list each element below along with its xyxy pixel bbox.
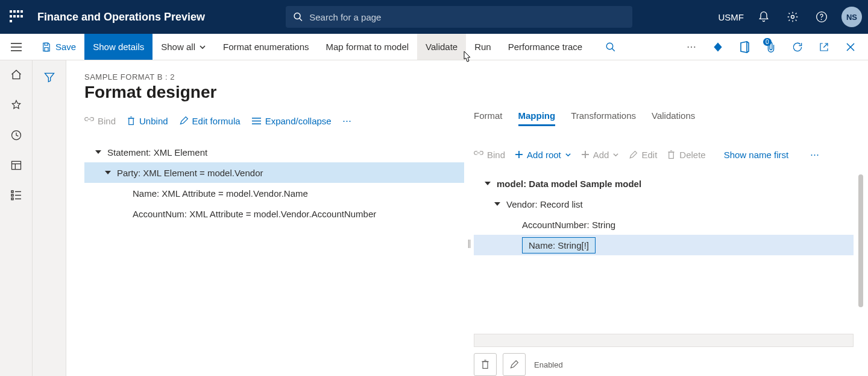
tab-transformations[interactable]: Transformations (571, 110, 636, 124)
navigation-rail (0, 60, 33, 376)
show-all-button[interactable]: Show all (153, 34, 215, 60)
add-button[interactable]: Add (581, 150, 620, 160)
show-details-button[interactable]: Show details (84, 34, 153, 60)
right-tabs: Format Mapping Transformations Validatio… (474, 110, 854, 131)
close-icon[interactable] (844, 40, 857, 54)
svg-rect-19 (11, 194, 13, 196)
modules-icon[interactable] (11, 190, 22, 200)
mapping-detail-footer: Enabled (474, 334, 854, 376)
app-launcher-icon[interactable] (10, 10, 23, 24)
svg-rect-32 (669, 152, 674, 159)
svg-rect-24 (129, 118, 134, 125)
attachments-badge: 0 (763, 38, 772, 46)
home-icon[interactable] (10, 69, 22, 81)
tree-node-accountnumber[interactable]: AccountNumber: String (474, 214, 854, 235)
more-actions-icon[interactable]: ⋯ (685, 40, 698, 54)
mapping-tree: model: Data model Sample model Vendor: R… (474, 173, 854, 255)
map-format-to-model-button[interactable]: Map format to model (318, 34, 418, 60)
user-avatar[interactable]: NS (841, 7, 862, 27)
enabled-row: Enabled (474, 353, 854, 376)
bind-right-button[interactable]: Bind (474, 150, 505, 160)
find-button[interactable] (597, 34, 624, 60)
attachments-icon[interactable]: 0 (764, 40, 778, 54)
svg-rect-33 (483, 362, 488, 368)
breadcrumb: SAMPLE FORMAT B : 2 (84, 72, 854, 81)
power-app-icon[interactable] (711, 40, 725, 54)
expand-collapse-button[interactable]: Expand/collapse (251, 116, 332, 126)
office-icon[interactable] (738, 40, 751, 54)
refresh-icon[interactable] (791, 40, 804, 54)
tree-node-name[interactable]: Name: XML Attribute = model.Vendor.Name (84, 183, 464, 203)
pencil-icon (629, 150, 638, 159)
tree-node-party[interactable]: Party: XML Element = model.Vendor (84, 162, 464, 183)
settings-icon[interactable] (784, 8, 802, 26)
delete-detail-button[interactable] (474, 353, 497, 376)
favorites-icon[interactable] (10, 99, 22, 111)
format-enumerations-button[interactable]: Format enumerations (215, 34, 318, 60)
hamburger-icon (10, 42, 22, 52)
link-icon (474, 150, 483, 159)
edit-detail-button[interactable] (503, 353, 526, 376)
page-title: Format designer (84, 83, 854, 102)
performance-trace-button[interactable]: Performance trace (500, 34, 591, 60)
svg-line-11 (612, 48, 615, 51)
action-bar-right: ⋯ 0 (685, 34, 868, 60)
format-tree: Statement: XML Element Party: XML Elemen… (84, 142, 464, 224)
svg-point-10 (606, 43, 613, 49)
search-box[interactable] (286, 6, 632, 28)
scrollbar-thumb[interactable] (858, 174, 863, 307)
delete-button[interactable]: Delete (667, 150, 705, 160)
tab-validations[interactable]: Validations (652, 110, 695, 124)
search-input[interactable] (309, 12, 625, 22)
mapping-pane: Format Mapping Transformations Validatio… (469, 110, 854, 376)
tree-node-accountnum[interactable]: AccountNum: XML Attribute = model.Vendor… (84, 203, 464, 224)
edit-button[interactable]: Edit (629, 150, 657, 160)
action-bar: Save Show details Show all Format enumer… (0, 34, 868, 60)
chevron-down-icon (565, 151, 571, 158)
tree-node-name-selected[interactable]: Name: String[!] (474, 235, 854, 255)
filter-icon[interactable] (43, 71, 55, 376)
help-icon[interactable] (813, 8, 831, 26)
caret-icon (105, 171, 111, 174)
tab-mapping[interactable]: Mapping (518, 110, 556, 126)
list-icon (251, 116, 262, 126)
edit-formula-button[interactable]: Edit formula (179, 116, 241, 126)
add-root-button[interactable]: Add root (515, 150, 571, 160)
svg-line-1 (300, 18, 302, 21)
save-button[interactable]: Save (33, 34, 84, 60)
pane-splitter[interactable]: ‖ (467, 238, 471, 248)
recent-icon[interactable] (10, 129, 22, 141)
search-icon (293, 11, 303, 22)
tab-format[interactable]: Format (474, 110, 503, 124)
format-toolbar: Bind Unbind Edit formula Expand/collapse (84, 110, 464, 131)
pencil-icon (509, 360, 519, 369)
caret-icon (494, 202, 500, 206)
detail-field-1[interactable] (474, 334, 854, 347)
svg-rect-9 (45, 47, 48, 51)
chevron-down-icon (612, 151, 619, 158)
plus-icon (581, 150, 590, 159)
tree-node-vendor[interactable]: Vendor: Record list (474, 194, 854, 214)
bind-button[interactable]: Bind (84, 116, 116, 126)
link-icon (84, 116, 94, 125)
save-label: Save (55, 42, 76, 52)
unbind-button[interactable]: Unbind (127, 116, 168, 126)
more-toolbar-icon[interactable]: ⋯ (342, 115, 351, 126)
notifications-icon[interactable] (755, 8, 773, 26)
tree-node-statement[interactable]: Statement: XML Element (84, 142, 464, 162)
tree-node-model[interactable]: model: Data model Sample model (474, 173, 854, 194)
more-right-toolbar-icon[interactable]: ⋯ (810, 149, 819, 160)
popout-icon[interactable] (817, 40, 831, 54)
company-selector[interactable]: USMF (719, 12, 744, 22)
enabled-label: Enabled (534, 360, 854, 369)
navbar-left: Finance and Operations Preview (10, 10, 205, 24)
global-navbar: Finance and Operations Preview USMF NS (0, 0, 868, 34)
show-name-first-button[interactable]: Show name first (724, 150, 789, 160)
validate-button[interactable]: Validate (417, 34, 466, 60)
workspaces-icon[interactable] (10, 159, 22, 171)
nav-pane-toggle[interactable] (0, 34, 33, 60)
app-title: Finance and Operations Preview (37, 11, 205, 24)
plus-icon (515, 150, 523, 159)
run-button[interactable]: Run (466, 34, 500, 60)
svg-rect-8 (45, 43, 48, 45)
